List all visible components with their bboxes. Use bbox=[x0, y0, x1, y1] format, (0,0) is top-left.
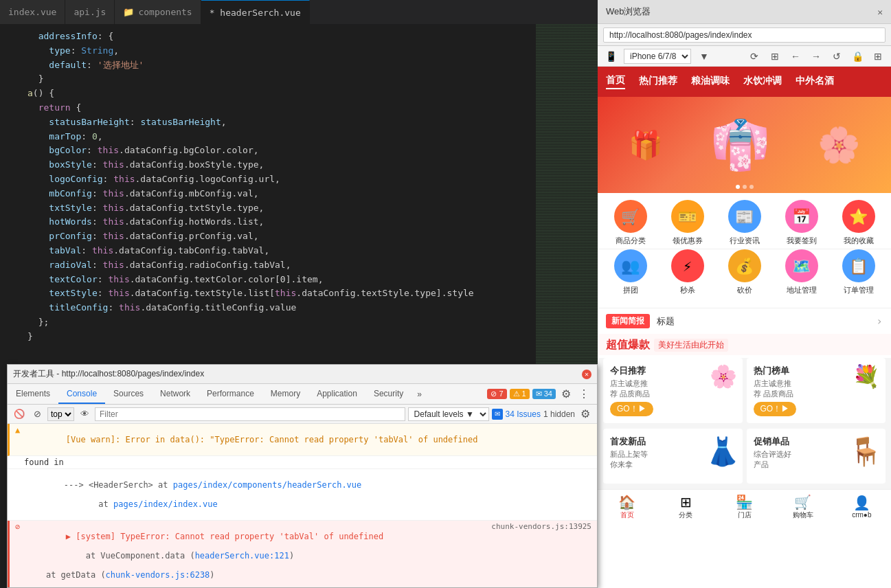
icon-item-checkin[interactable]: 📅 我要签到 bbox=[776, 200, 827, 246]
clear-console-button[interactable]: 🚫 bbox=[12, 407, 27, 422]
bottom-nav-profile[interactable]: 👤 crm●b bbox=[833, 490, 891, 523]
news-title: 标题 bbox=[650, 315, 876, 328]
icon-item-news[interactable]: 📰 行业资讯 bbox=[719, 200, 770, 246]
devtools-close-button[interactable]: ✕ bbox=[582, 370, 591, 379]
console-settings-button[interactable]: ⚙ bbox=[578, 407, 593, 422]
device-select[interactable]: iPhone 6/7/8 bbox=[624, 49, 691, 64]
card-today-recommend[interactable]: 今日推荐 店主诚意推荐 品质商品 GO！▶ 🌸 bbox=[603, 358, 743, 423]
icon-label: 订单管理 bbox=[844, 285, 874, 295]
tab-console[interactable]: Console bbox=[58, 384, 105, 404]
icon-grid-1: 🛒 商品分类 🎫 领优惠券 📰 行业资讯 📅 我要签到 ⭐ 我的收藏 bbox=[598, 193, 891, 249]
tab-elements[interactable]: Elements bbox=[8, 384, 58, 404]
grid-button[interactable]: ⊞ bbox=[870, 49, 886, 64]
issues-badge[interactable]: ✉ 34 Issues bbox=[492, 409, 541, 420]
settings-button[interactable]: ⚙ bbox=[559, 387, 574, 402]
context-dropdown[interactable]: top bbox=[47, 407, 74, 421]
bottom-nav-store[interactable]: 🏪 门店 bbox=[715, 490, 774, 523]
tab-sources[interactable]: Sources bbox=[105, 384, 152, 404]
icon-item-coupon[interactable]: 🎫 领优惠券 bbox=[662, 200, 713, 246]
news-label: 新闻简报 bbox=[606, 314, 650, 328]
tab-components[interactable]: 📁 components bbox=[115, 0, 201, 24]
tab-more-button[interactable]: » bbox=[411, 384, 427, 404]
tab-api-js[interactable]: api.js bbox=[65, 0, 115, 24]
tab-header-serch[interactable]: * headerSerch.vue bbox=[201, 0, 310, 24]
tab-performance[interactable]: Performance bbox=[199, 384, 262, 404]
code-line: statusBarHeight: statusBarHeight, bbox=[0, 115, 536, 130]
navbar-item-wine[interactable]: 中外名酒 bbox=[796, 75, 834, 89]
icon-item-category[interactable]: 🛒 商品分类 bbox=[605, 200, 656, 246]
banner-dot-3[interactable] bbox=[749, 185, 754, 189]
tab-application[interactable]: Application bbox=[308, 384, 365, 404]
icon-label: 行业资讯 bbox=[730, 236, 760, 246]
tab-bar: index.vue api.js 📁 components * headerSe… bbox=[0, 0, 598, 24]
icon-label: 领优惠券 bbox=[673, 236, 703, 246]
dropdown-icon[interactable]: ▼ bbox=[697, 49, 712, 64]
context-selector: top bbox=[47, 407, 74, 421]
icon-grid-2: 👥 拼团 ⚡ 秒杀 💰 砍价 🗺️ 地址管理 📋 订单管理 bbox=[598, 249, 891, 302]
nav-label: 门店 bbox=[738, 510, 752, 520]
profile-nav-icon: 👤 bbox=[853, 495, 870, 511]
code-line: marTop: 0, bbox=[0, 130, 536, 144]
eye-button[interactable]: 👁 bbox=[77, 407, 92, 422]
back-button[interactable]: ← bbox=[788, 49, 803, 64]
code-line: prConfig: this.dataConfig.prConfig.val, bbox=[0, 229, 536, 244]
app-banner: 🎁 👘 🌸 bbox=[598, 97, 891, 193]
tab-memory[interactable]: Memory bbox=[262, 384, 308, 404]
level-select[interactable]: Default levels ▼ bbox=[408, 407, 489, 421]
card-go-button[interactable]: GO！▶ bbox=[610, 402, 653, 416]
icon-item-group[interactable]: 👥 拼团 bbox=[605, 249, 656, 295]
navbar-item-home[interactable]: 首页 bbox=[606, 74, 625, 89]
icon-item-orders[interactable]: 📋 订单管理 bbox=[833, 249, 884, 295]
icon-item-address[interactable]: 🗺️ 地址管理 bbox=[776, 249, 827, 295]
error-badges: ⊘ 7 ⚠ 1 ✉ 34 ⚙ ⋮ bbox=[487, 384, 597, 404]
card-image: 🌸 bbox=[710, 363, 737, 389]
navbar-item-hot[interactable]: 热门推荐 bbox=[639, 75, 677, 89]
tab-network[interactable]: Network bbox=[152, 384, 199, 404]
code-line: type: String, bbox=[0, 44, 536, 58]
tab-security[interactable]: Security bbox=[365, 384, 411, 404]
rotate-button[interactable]: ⟳ bbox=[747, 49, 762, 64]
hidden-count: 1 hidden bbox=[543, 409, 575, 419]
card-promo-items[interactable]: 促销单品 综合评选好产品 🪑 bbox=[747, 429, 886, 484]
error-source-link[interactable]: chunk-vendors.js:13925 bbox=[491, 522, 591, 531]
category-nav-icon: ⊞ bbox=[680, 494, 692, 510]
cart-nav-icon: 🛒 bbox=[794, 494, 811, 510]
card-go-button[interactable]: GO！▶ bbox=[754, 402, 797, 416]
banner-dot-2[interactable] bbox=[743, 185, 747, 189]
console-output[interactable]: ▲ [Vue warn]: Error in data(): "TypeErro… bbox=[8, 424, 597, 587]
code-line: radioVal: this.dataConfig.radioConfig.ta… bbox=[0, 258, 536, 273]
code-line: return { bbox=[0, 101, 536, 115]
console-text: found in bbox=[24, 457, 591, 467]
console-text: [Vue warn]: Error in data(): "TypeError:… bbox=[26, 425, 591, 454]
app-navbar: 首页 热门推荐 粮油调味 水饮冲调 中外名酒 bbox=[598, 67, 891, 97]
more-options-button[interactable]: ⋮ bbox=[576, 387, 591, 402]
tab-index-vue[interactable]: index.vue bbox=[0, 0, 65, 24]
resize-button[interactable]: ⊞ bbox=[767, 49, 782, 64]
navbar-item-drinks[interactable]: 水饮冲调 bbox=[743, 75, 782, 89]
icon-item-bargain[interactable]: 💰 砍价 bbox=[719, 249, 770, 295]
code-line: hotWords: this.dataConfig.hotWords.list, bbox=[0, 215, 536, 229]
refresh-button[interactable]: ↺ bbox=[829, 49, 844, 64]
filter-input[interactable] bbox=[95, 407, 405, 421]
browser-close-button[interactable]: ✕ bbox=[877, 7, 883, 17]
banner-dot-1[interactable] bbox=[736, 185, 740, 189]
warning-icon: ▲ bbox=[15, 425, 26, 435]
tab-label: api.js bbox=[74, 7, 106, 17]
bottom-nav-category[interactable]: ⊞ 分类 bbox=[656, 490, 714, 523]
code-line: textStyle: this.dataConfig.textStyle.lis… bbox=[0, 286, 536, 301]
address-input[interactable] bbox=[603, 27, 886, 43]
filter-toggle-button[interactable]: ⊘ bbox=[30, 407, 45, 422]
tab-label: components bbox=[138, 7, 192, 17]
card-new-products[interactable]: 首发新品 新品上架等你来拿 👗 bbox=[603, 429, 743, 484]
navbar-item-grain[interactable]: 粮油调味 bbox=[691, 75, 730, 89]
news-arrow-icon[interactable]: › bbox=[876, 315, 883, 328]
icon-label: 砍价 bbox=[737, 285, 752, 295]
bottom-nav-cart[interactable]: 🛒 购物车 bbox=[774, 490, 832, 523]
bottom-nav-home[interactable]: 🏠 首页 bbox=[598, 490, 656, 523]
icon-item-flash[interactable]: ⚡ 秒杀 bbox=[662, 249, 713, 295]
icon-item-favorite[interactable]: ⭐ 我的收藏 bbox=[833, 200, 884, 246]
card-hot-list[interactable]: 热门榜单 店主诚意推荐 品质商品 GO！▶ 💐 bbox=[747, 358, 886, 423]
console-entry-plain: found in bbox=[8, 456, 597, 469]
forward-button[interactable]: → bbox=[809, 49, 824, 64]
folder-icon: 📁 bbox=[123, 7, 134, 17]
